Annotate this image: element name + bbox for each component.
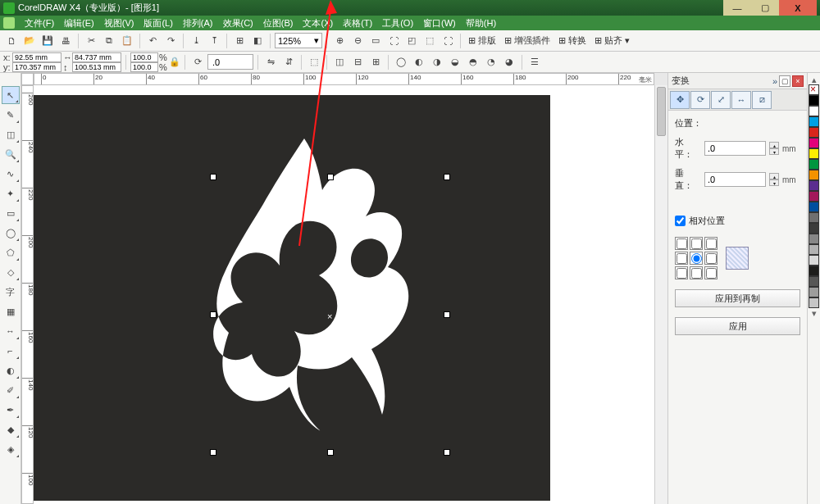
zoom-input[interactable] bbox=[278, 36, 314, 46]
color-swatch[interactable] bbox=[809, 234, 819, 244]
color-swatch[interactable] bbox=[809, 276, 819, 287]
connector-tool-icon[interactable]: ⌐ bbox=[2, 342, 20, 360]
tab-size-icon[interactable]: ↔ bbox=[731, 91, 751, 109]
convert-button[interactable]: ⊞转换 bbox=[555, 33, 590, 49]
combine-icon[interactable]: ◫ bbox=[331, 54, 348, 70]
selection-handle[interactable] bbox=[210, 311, 216, 318]
color-swatch[interactable] bbox=[809, 202, 819, 212]
minimize-button[interactable]: — bbox=[723, 0, 751, 16]
weld-icon[interactable]: ◯ bbox=[393, 54, 409, 70]
menu-window[interactable]: 窗口(W) bbox=[418, 17, 461, 30]
enhance-plugin-button[interactable]: ⊞增强插件 bbox=[501, 33, 554, 49]
boundary-icon[interactable]: ◕ bbox=[501, 54, 517, 70]
docker-titlebar[interactable]: 变换 » ▢ × bbox=[668, 73, 807, 89]
smart-fill-tool-icon[interactable]: ✦ bbox=[2, 184, 20, 202]
selection-handle[interactable] bbox=[444, 449, 450, 456]
menu-file[interactable]: 文件(F) bbox=[20, 17, 59, 30]
basic-shapes-tool-icon[interactable]: ◇ bbox=[2, 263, 20, 281]
vertical-input[interactable] bbox=[704, 172, 766, 187]
selection-handle[interactable] bbox=[210, 449, 216, 456]
color-swatch[interactable] bbox=[809, 191, 819, 202]
color-swatch[interactable] bbox=[809, 138, 819, 148]
rotation-input[interactable] bbox=[211, 57, 240, 67]
menu-layout[interactable]: 版面(L) bbox=[139, 17, 177, 30]
apply-to-duplicate-button[interactable]: 应用到再制 bbox=[675, 289, 800, 307]
rectangle-tool-icon[interactable]: ▭ bbox=[2, 204, 20, 222]
menu-text[interactable]: 文本(X) bbox=[298, 17, 338, 30]
palette-scroll-down-icon[interactable]: ▾ bbox=[812, 308, 817, 319]
color-swatch[interactable] bbox=[809, 127, 819, 138]
selection-handle[interactable] bbox=[444, 174, 450, 180]
mirror-v-icon[interactable]: ⇵ bbox=[280, 54, 297, 70]
zoom-out-icon[interactable]: ⊖ bbox=[349, 33, 366, 49]
selection-handle[interactable] bbox=[210, 174, 216, 180]
height-input[interactable] bbox=[72, 62, 121, 72]
rotation-input-wrap[interactable] bbox=[207, 54, 253, 70]
color-swatch[interactable] bbox=[809, 170, 819, 180]
cut-icon[interactable]: ✂ bbox=[83, 33, 99, 49]
text-tool-icon[interactable]: 字 bbox=[2, 283, 20, 301]
vertical-ruler[interactable]: 260240220200180160140120100 bbox=[21, 85, 34, 504]
color-swatch[interactable] bbox=[809, 148, 819, 159]
collapse-icon[interactable]: » bbox=[772, 76, 777, 86]
save-icon[interactable]: 💾 bbox=[39, 33, 56, 49]
effects-tool-icon[interactable]: ◐ bbox=[2, 361, 20, 379]
horizontal-input[interactable] bbox=[704, 141, 766, 156]
zoom-in-icon[interactable]: ⊕ bbox=[331, 33, 348, 49]
menu-help[interactable]: 帮助(H) bbox=[461, 17, 501, 30]
selection-handle[interactable] bbox=[327, 449, 334, 456]
group-icon[interactable]: ⊟ bbox=[349, 54, 366, 70]
lock-ratio-icon[interactable]: 🔒 bbox=[169, 57, 180, 68]
import-icon[interactable]: ⤓ bbox=[188, 33, 204, 49]
shape-tool-icon[interactable]: ✎ bbox=[2, 106, 20, 124]
polygon-tool-icon[interactable]: ⬠ bbox=[2, 243, 20, 261]
menu-edit[interactable]: 编辑(E) bbox=[59, 17, 99, 30]
maximize-button[interactable]: ▢ bbox=[751, 0, 779, 16]
ellipse-tool-icon[interactable]: ◯ bbox=[2, 224, 20, 242]
fill-tool-icon[interactable]: ◆ bbox=[2, 420, 20, 438]
menu-effects[interactable]: 效果(C) bbox=[218, 17, 258, 30]
zoom-all-icon[interactable]: ⬚ bbox=[421, 33, 438, 49]
ruler-origin[interactable] bbox=[21, 73, 34, 85]
zoom-page-icon[interactable]: ▭ bbox=[367, 33, 384, 49]
color-swatch[interactable] bbox=[809, 223, 819, 234]
menu-table[interactable]: 表格(T) bbox=[338, 17, 377, 30]
tab-scale-icon[interactable]: ⤢ bbox=[711, 91, 731, 109]
zoom-combo[interactable]: ▾ bbox=[275, 33, 322, 48]
copy-icon[interactable]: ⧉ bbox=[101, 33, 117, 49]
crop-tool-icon[interactable]: ◫ bbox=[2, 125, 20, 143]
menu-view[interactable]: 视图(V) bbox=[99, 17, 139, 30]
back-minus-front-icon[interactable]: ◔ bbox=[483, 54, 499, 70]
ungroup-icon[interactable]: ⬚ bbox=[306, 54, 322, 70]
x-input[interactable] bbox=[12, 52, 61, 62]
break-icon[interactable]: ⊞ bbox=[367, 54, 384, 70]
chevron-down-icon[interactable]: ▾ bbox=[314, 35, 319, 46]
mirror-h-icon[interactable]: ⇋ bbox=[262, 54, 279, 70]
close-button[interactable]: X bbox=[779, 0, 817, 16]
print-icon[interactable]: 🖶 bbox=[57, 33, 74, 49]
no-fill-swatch[interactable] bbox=[809, 84, 819, 95]
zoom-selection-icon[interactable]: ◰ bbox=[403, 33, 420, 49]
color-swatch[interactable] bbox=[809, 180, 819, 191]
scale-x-input[interactable] bbox=[130, 52, 158, 62]
menu-arrange[interactable]: 排列(A) bbox=[178, 17, 218, 30]
color-swatch[interactable] bbox=[809, 244, 819, 255]
menu-bitmap[interactable]: 位图(B) bbox=[258, 17, 298, 30]
y-input[interactable] bbox=[12, 62, 61, 72]
tab-rotate-icon[interactable]: ⟳ bbox=[690, 91, 710, 109]
relative-checkbox[interactable] bbox=[675, 216, 686, 226]
color-swatch[interactable] bbox=[809, 212, 819, 223]
apply-button[interactable]: 应用 bbox=[675, 317, 800, 335]
selected-character-shape[interactable] bbox=[173, 126, 435, 438]
paste-icon[interactable]: 📋 bbox=[119, 33, 135, 49]
trim-icon[interactable]: ◐ bbox=[411, 54, 427, 70]
selection-center-icon[interactable]: × bbox=[327, 311, 334, 318]
relative-checkbox-row[interactable]: 相对位置 bbox=[675, 215, 800, 227]
export-icon[interactable]: ⤒ bbox=[206, 33, 222, 49]
docker-float-button[interactable]: ▢ bbox=[779, 75, 790, 87]
scrollbar-thumb[interactable] bbox=[657, 87, 666, 136]
align-icon[interactable]: ☰ bbox=[526, 54, 543, 70]
layout-plugin-button[interactable]: ⊞排版 bbox=[465, 33, 499, 49]
pick-tool-icon[interactable]: ↖ bbox=[2, 86, 20, 104]
freehand-tool-icon[interactable]: ∿ bbox=[2, 165, 20, 183]
